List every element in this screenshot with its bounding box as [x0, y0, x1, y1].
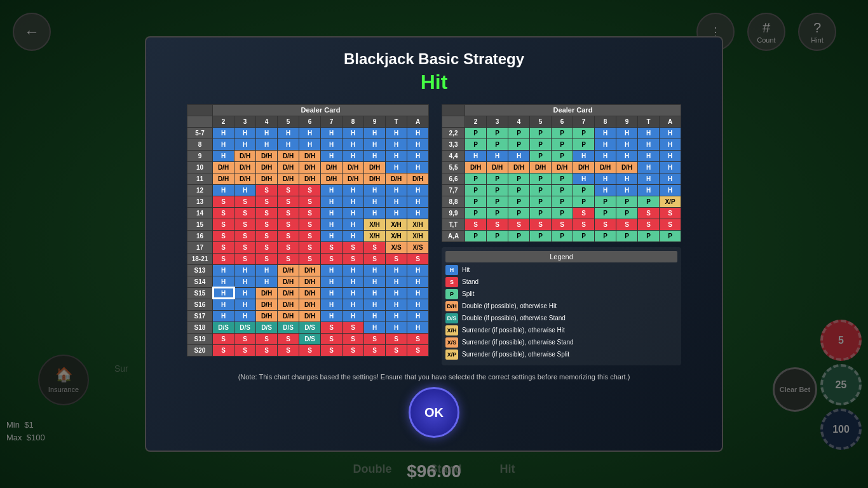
hard-cell: S	[256, 333, 278, 344]
hard-cell: H	[342, 127, 364, 139]
modal-subtitle: Hit	[159, 71, 709, 94]
hard-cell: H	[256, 127, 278, 139]
hard-col-header: 4	[256, 116, 278, 127]
hard-cell: H	[234, 184, 256, 196]
hard-cell: H	[342, 230, 364, 241]
pairs-cell: P	[465, 207, 487, 219]
pairs-cell: H	[638, 150, 660, 161]
hard-cell: H	[386, 276, 407, 287]
pairs-cell: H	[660, 139, 681, 150]
hard-cell: H	[342, 310, 364, 322]
hard-cell: H	[256, 264, 278, 276]
pairs-cell: P	[573, 196, 595, 207]
hard-cell: H	[321, 276, 342, 287]
pairs-cell: S	[595, 219, 616, 230]
hard-cell: H	[213, 150, 234, 161]
pairs-cell: S	[638, 219, 660, 230]
pairs-cell: S	[616, 219, 638, 230]
hard-cell: H	[342, 299, 364, 310]
hard-cell: S	[234, 333, 256, 344]
legend-title: Legend	[445, 251, 677, 262]
hard-cell: X/H	[407, 219, 429, 230]
hard-cell: S	[342, 333, 364, 344]
hard-cell: H	[364, 139, 386, 150]
hard-cell: S	[321, 344, 342, 356]
hard-cell: S	[278, 184, 299, 196]
hard-cell: H	[364, 127, 386, 139]
hard-cell: D/H	[278, 299, 299, 310]
pairs-cell: H	[638, 184, 660, 196]
hard-cell: H	[321, 230, 342, 241]
hard-cell: D/H	[278, 150, 299, 161]
hard-dealer-header: Dealer Card	[213, 104, 429, 116]
pairs-cell: P	[530, 139, 552, 150]
hard-cell: H	[386, 322, 407, 333]
hard-cell: X/H	[407, 230, 429, 241]
hard-cell: H	[386, 299, 407, 310]
hard-cell: S	[213, 333, 234, 344]
hard-cell: S	[321, 241, 342, 253]
hard-cell: S	[299, 184, 321, 196]
hard-cell: H	[321, 184, 342, 196]
hard-cell: H	[386, 127, 407, 139]
hard-cell: S	[256, 344, 278, 356]
hard-cell: D/H	[256, 173, 278, 184]
pairs-cell: P	[530, 207, 552, 219]
legend-item-text: Surrender (if possible), otherwise Split	[462, 351, 569, 358]
hard-cell: D/H	[299, 150, 321, 161]
pairs-row-label: 5,5	[442, 161, 465, 173]
hard-cell: D/S	[234, 322, 256, 333]
hard-cell: H	[386, 196, 407, 207]
hard-cell: D/H	[386, 173, 407, 184]
hard-cell: S	[213, 253, 234, 264]
pairs-cell: P	[508, 139, 530, 150]
legend-item: H Hit	[445, 265, 677, 275]
hard-cell: H	[321, 219, 342, 230]
hard-col-header: 3	[234, 116, 256, 127]
hard-cell: S	[342, 253, 364, 264]
pairs-cell: P	[638, 230, 660, 241]
hard-cell: H	[256, 139, 278, 150]
hard-cell: S	[256, 207, 278, 219]
hard-cell: S	[299, 344, 321, 356]
note-text: (Note: This chart changes based the sett…	[159, 372, 709, 383]
pairs-cell: D/H	[465, 161, 487, 173]
hard-cell: S	[278, 230, 299, 241]
hard-cell: H	[407, 287, 429, 299]
ok-button[interactable]: OK	[409, 387, 459, 438]
pairs-cell: P	[573, 230, 595, 241]
legend-item-text: Hit	[462, 266, 470, 273]
hard-cell: H	[342, 139, 364, 150]
pairs-cell: P	[530, 230, 552, 241]
hard-cell: S	[386, 333, 407, 344]
pairs-cell: P	[465, 184, 487, 196]
hard-cell: S	[234, 219, 256, 230]
hard-cell: S	[213, 230, 234, 241]
hard-cell: H	[278, 139, 299, 150]
pairs-cell: P	[595, 196, 616, 207]
hard-cell: H	[407, 276, 429, 287]
hard-cell: H	[321, 264, 342, 276]
hard-cell: D/H	[299, 310, 321, 322]
pairs-cell: H	[638, 161, 660, 173]
hard-row-label: 17	[187, 241, 213, 253]
hard-cell: S	[299, 196, 321, 207]
hard-cell: H	[321, 196, 342, 207]
hard-cell: H	[321, 207, 342, 219]
pairs-cell: P	[530, 196, 552, 207]
hard-cell: H	[407, 161, 429, 173]
hard-cell: D/H	[213, 173, 234, 184]
hard-cell: D/H	[299, 287, 321, 299]
hard-cell: H	[342, 196, 364, 207]
pairs-cell: S	[573, 207, 595, 219]
pairs-row-label: 4,4	[442, 150, 465, 161]
pairs-cell: H	[595, 173, 616, 184]
hard-cell: D/S	[213, 322, 234, 333]
pairs-col-header: T	[638, 116, 660, 127]
hard-cell: S	[213, 207, 234, 219]
hard-cell: S	[278, 241, 299, 253]
hard-cell: S	[234, 344, 256, 356]
pairs-cell: P	[465, 127, 487, 139]
pairs-cell: H	[465, 150, 487, 161]
hard-col-header: 7	[321, 116, 342, 127]
